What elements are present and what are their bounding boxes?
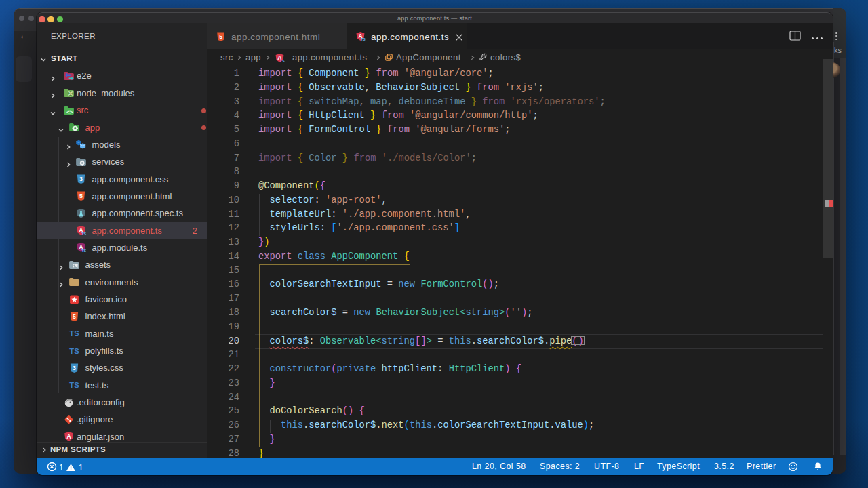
svg-text:TS: TS	[81, 232, 86, 236]
svg-text:5: 5	[79, 193, 83, 200]
svg-text:TS: TS	[81, 249, 86, 253]
svg-text:JS: JS	[68, 92, 72, 96]
svg-text:<>: <>	[66, 108, 73, 115]
svg-text:TS: TS	[361, 37, 366, 41]
svg-text:3: 3	[79, 176, 83, 182]
svg-text:5: 5	[219, 33, 222, 40]
svg-text:TS: TS	[280, 59, 285, 63]
svg-text:TS: TS	[69, 347, 79, 355]
svg-text:TS: TS	[69, 329, 79, 338]
svg-text:3: 3	[73, 365, 76, 371]
svg-text:5: 5	[73, 313, 76, 320]
svg-text:TS: TS	[69, 381, 79, 389]
svg-text:A: A	[66, 433, 71, 440]
